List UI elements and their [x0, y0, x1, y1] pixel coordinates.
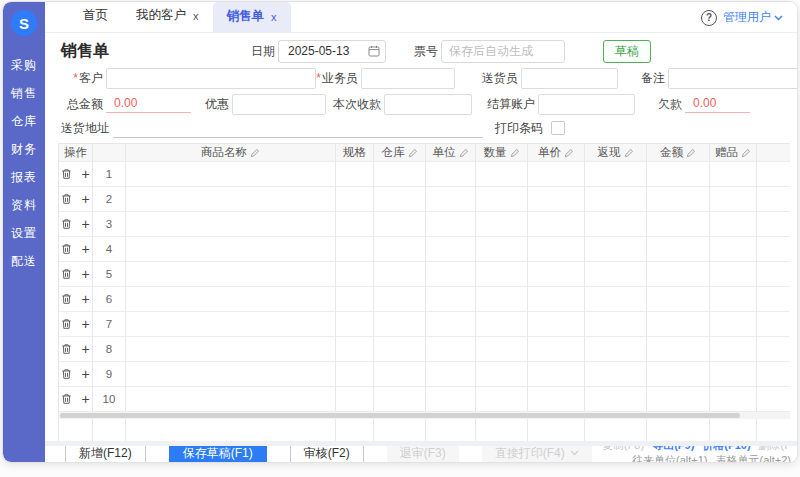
cell-备注[interactable] [757, 419, 790, 441]
cell-单价[interactable] [528, 162, 585, 187]
cell-赠品[interactable] [710, 287, 757, 312]
remark-input[interactable] [668, 68, 798, 89]
cell-备注[interactable] [757, 312, 790, 337]
cell-金额[interactable] [647, 312, 710, 337]
edit-icon[interactable] [459, 148, 469, 158]
cell-单位[interactable] [426, 237, 476, 262]
add-row-icon[interactable]: + [81, 169, 89, 179]
cell-数量[interactable] [476, 187, 528, 212]
cell-备注[interactable] [757, 162, 790, 187]
cell-备注[interactable] [757, 337, 790, 362]
sidebar-item-4[interactable]: 财务 [11, 142, 37, 157]
cell-金额[interactable] [647, 162, 710, 187]
cell-数量[interactable] [476, 419, 528, 441]
cell-数量[interactable] [476, 212, 528, 237]
delete-row-icon[interactable] [61, 193, 72, 205]
footer-link[interactable]: 导出(F9) [652, 446, 694, 451]
cell-商品名称[interactable] [126, 287, 336, 312]
cell-规格[interactable] [336, 387, 374, 412]
cell-返现[interactable] [585, 337, 647, 362]
cell-赠品[interactable] [710, 312, 757, 337]
cell-数量[interactable] [476, 362, 528, 387]
cell-商品名称[interactable] [126, 312, 336, 337]
cell-仓库[interactable] [374, 162, 426, 187]
edit-icon[interactable] [408, 148, 418, 158]
cell-单价[interactable] [528, 362, 585, 387]
cell-规格[interactable] [336, 262, 374, 287]
cell-商品名称[interactable] [126, 337, 336, 362]
cell-仓库[interactable] [374, 312, 426, 337]
cell-赠品[interactable] [710, 387, 757, 412]
cell-规格[interactable] [336, 419, 374, 441]
cell-数量[interactable] [476, 337, 528, 362]
cell-金额[interactable] [647, 262, 710, 287]
sidebar-item-6[interactable]: 资料 [11, 198, 37, 213]
customer-input[interactable] [106, 68, 316, 89]
cell-金额[interactable] [647, 187, 710, 212]
cell-仓库[interactable] [374, 287, 426, 312]
cell-规格[interactable] [336, 362, 374, 387]
add-row-icon[interactable]: + [81, 269, 89, 279]
sidebar-item-5[interactable]: 报表 [11, 170, 37, 185]
cell-赠品[interactable] [710, 162, 757, 187]
sidebar-item-7[interactable]: 设置 [11, 226, 37, 241]
cell-商品名称[interactable] [126, 212, 336, 237]
add-row-icon[interactable]: + [81, 294, 89, 304]
add-row-icon[interactable]: + [81, 394, 89, 404]
cell-备注[interactable] [757, 187, 790, 212]
cell-单位[interactable] [426, 287, 476, 312]
add-row-icon[interactable]: + [81, 344, 89, 354]
cell-返现[interactable] [585, 287, 647, 312]
cell-商品名称[interactable] [126, 237, 336, 262]
cell-金额[interactable] [647, 362, 710, 387]
cell-商品名称[interactable] [126, 162, 336, 187]
cell-数量[interactable] [476, 237, 528, 262]
cell-赠品[interactable] [710, 362, 757, 387]
delete-row-icon[interactable] [61, 268, 72, 280]
cell-金额[interactable] [647, 237, 710, 262]
cell-单价[interactable] [528, 337, 585, 362]
salesman-input[interactable] [361, 68, 455, 89]
date-input[interactable]: 2025-05-13 [278, 40, 386, 63]
add-row-icon[interactable]: + [81, 194, 89, 204]
cell-备注[interactable] [757, 237, 790, 262]
cell-金额[interactable] [647, 419, 710, 441]
user-menu[interactable]: 管理用户 [723, 9, 783, 26]
account-input[interactable] [538, 94, 635, 115]
delete-row-icon[interactable] [61, 218, 72, 230]
edit-icon[interactable] [686, 148, 696, 158]
cell-赠品[interactable] [710, 262, 757, 287]
cell-数量[interactable] [476, 312, 528, 337]
cell-单位[interactable] [426, 187, 476, 212]
edit-icon[interactable] [250, 148, 260, 158]
cell-赠品[interactable] [710, 419, 757, 441]
ticket-input[interactable] [441, 40, 565, 63]
cell-仓库[interactable] [374, 387, 426, 412]
edit-icon[interactable] [564, 148, 574, 158]
delete-row-icon[interactable] [61, 168, 72, 180]
payment-input[interactable] [384, 94, 472, 115]
footer-link[interactable]: 表格单元(alt+2) [716, 454, 792, 462]
add-row-icon[interactable]: + [81, 369, 89, 379]
cell-金额[interactable] [647, 212, 710, 237]
cell-返现[interactable] [585, 387, 647, 412]
cell-商品名称[interactable] [126, 387, 336, 412]
delete-row-icon[interactable] [61, 318, 72, 330]
delete-row-icon[interactable] [61, 368, 72, 380]
add-row-icon[interactable]: + [81, 319, 89, 329]
cell-仓库[interactable] [374, 237, 426, 262]
cell-规格[interactable] [336, 187, 374, 212]
cell-返现[interactable] [585, 187, 647, 212]
edit-icon[interactable] [741, 148, 751, 158]
cell-规格[interactable] [336, 162, 374, 187]
sidebar-item-2[interactable]: 销售 [11, 86, 37, 101]
cell-规格[interactable] [336, 237, 374, 262]
cell-单位[interactable] [426, 362, 476, 387]
cell-仓库[interactable] [374, 362, 426, 387]
deliveryman-input[interactable] [521, 68, 618, 89]
cell-备注[interactable] [757, 387, 790, 412]
cell-赠品[interactable] [710, 212, 757, 237]
tab-3[interactable]: 销售单x [213, 2, 291, 32]
edit-icon[interactable] [510, 148, 520, 158]
cell-仓库[interactable] [374, 337, 426, 362]
